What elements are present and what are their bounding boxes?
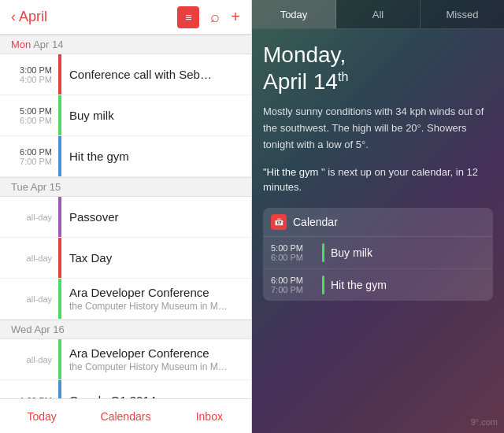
time-start: 5:00 PM [20, 106, 52, 116]
notif-event-title: Buy milk [331, 243, 372, 262]
notification-center-panel: Today All Missed Monday,April 14th Mostl… [252, 0, 504, 433]
event-title: Passover [69, 210, 243, 224]
calendar-header: ‹ April ≡ ⌕ + [0, 0, 251, 35]
notif-event-buy-milk[interactable]: 5:00 PM 6:00 PM Buy milk [263, 237, 493, 269]
time-end: 4:00 PM [20, 75, 52, 84]
time-start: 6:00 PM [20, 147, 52, 157]
allday-label: all-day [0, 279, 58, 319]
notif-time-start: 5:00 PM [271, 243, 322, 253]
watermark: 9°.com [471, 417, 498, 427]
right-content: Today All Missed Monday,April 14th Mostl… [252, 0, 504, 433]
calendar-app-icon: 📅 [271, 214, 287, 230]
notif-time-col: 5:00 PM 6:00 PM [271, 243, 322, 262]
event-tax-day[interactable]: all-day Tax Day [0, 238, 251, 279]
allday-label: all-day [0, 197, 58, 237]
event-content: Conference call with Seb… [61, 54, 251, 94]
event-content: Ara Developer Conference the Computer Hi… [61, 339, 251, 379]
notification-body: Monday,April 14th Mostly sunny condition… [252, 29, 504, 433]
event-ara-conf-tue[interactable]: all-day Ara Developer Conference the Com… [0, 279, 251, 320]
event-title: Buy milk [69, 109, 243, 122]
next-event-text: "Hit the gym " is next up on your calend… [263, 165, 493, 195]
tab-calendars[interactable]: Calendars [83, 399, 167, 433]
time-col: 6:00 PM 7:00 PM [0, 136, 58, 176]
calendar-section-title: Calendar [293, 216, 338, 228]
time-start: 3:00 PM [20, 65, 52, 75]
event-subtitle: the Computer History Museum in M… [69, 361, 243, 372]
calendar-widget: 📅 Calendar 5:00 PM 6:00 PM Buy milk [263, 208, 493, 301]
time-col: 3:00 PM 4:00 PM [0, 54, 58, 94]
tab-missed[interactable]: Missed [421, 0, 504, 28]
month-title: April [19, 9, 47, 25]
event-title: Conference call with Seb… [69, 68, 243, 81]
tab-all[interactable]: All [336, 0, 421, 28]
day-label-apr14: Apr 14 [33, 39, 63, 50]
day-header-mon14: Mon Apr 14 [0, 35, 251, 54]
event-google-q1[interactable]: 1:30 PM Google Q1 2014 [0, 380, 251, 398]
event-buy-milk[interactable]: 5:00 PM 6:00 PM Buy milk [0, 95, 251, 136]
allday-label: all-day [0, 238, 58, 278]
tab-today[interactable]: Today [252, 0, 336, 28]
tab-today[interactable]: Today [0, 399, 83, 433]
notification-tabs: Today All Missed [252, 0, 504, 29]
notif-event-title: Hit the gym [331, 276, 387, 294]
notif-time-end: 7:00 PM [271, 285, 322, 294]
notif-color-bar [322, 243, 324, 262]
event-content: Passover [61, 197, 251, 237]
day-header-wed16: Wed Apr 16 [0, 320, 251, 339]
add-event-icon[interactable]: + [231, 8, 240, 26]
calendar-widget-header: 📅 Calendar [263, 208, 493, 237]
event-subtitle: the Computer History Museum in M… [69, 301, 243, 312]
notif-event-hit-gym[interactable]: 6:00 PM 7:00 PM Hit the gym [263, 269, 493, 301]
day-header-tue15: Tue Apr 15 [0, 177, 251, 197]
event-title: Ara Developer Conference [69, 286, 243, 299]
calendar-tab-bar: Today Calendars Inbox [0, 398, 251, 433]
notif-time-end: 6:00 PM [271, 253, 322, 262]
time-end: 7:00 PM [20, 157, 52, 166]
calendar-icon-label: 📅 [274, 217, 284, 226]
header-icons: ≡ ⌕ + [177, 6, 240, 28]
calendar-panel: ‹ April ≡ ⌕ + Mon Apr 14 3:00 PM 4:00 PM… [0, 0, 252, 433]
event-hit-gym[interactable]: 6:00 PM 7:00 PM Hit the gym [0, 136, 251, 177]
event-content: Tax Day [61, 238, 251, 278]
day-label-wed: Wed Apr 16 [11, 324, 65, 335]
event-content: Buy milk [61, 95, 251, 135]
time-col: 5:00 PM 6:00 PM [0, 95, 58, 135]
next-event-quote: "Hit the gym " [263, 166, 325, 178]
day-label-tue: Tue Apr 15 [11, 181, 61, 193]
header-left: ‹ April [11, 9, 47, 25]
notif-color-bar [322, 276, 324, 294]
event-content: Ara Developer Conference the Computer Hi… [61, 279, 251, 319]
event-passover[interactable]: all-day Passover [0, 197, 251, 238]
event-title: Hit the gym [69, 150, 243, 163]
event-content: Hit the gym [61, 136, 251, 176]
calendar-scroll: Mon Apr 14 3:00 PM 4:00 PM Conference ca… [0, 35, 251, 398]
list-view-icon[interactable]: ≡ [177, 6, 199, 28]
search-icon[interactable]: ⌕ [210, 8, 220, 26]
event-ara-conf-wed[interactable]: all-day Ara Developer Conference the Com… [0, 339, 251, 380]
tab-inbox[interactable]: Inbox [168, 399, 251, 433]
event-conference-call[interactable]: 3:00 PM 4:00 PM Conference call with Seb… [0, 54, 251, 95]
allday-label: all-day [0, 339, 58, 379]
day-label-mon: Mon [11, 39, 31, 50]
notif-time-col: 6:00 PM 7:00 PM [271, 276, 322, 294]
event-title: Ara Developer Conference [69, 346, 243, 360]
event-title: Tax Day [69, 251, 243, 265]
time-end: 6:00 PM [20, 116, 52, 125]
back-arrow-icon[interactable]: ‹ [11, 9, 16, 25]
notif-time-start: 6:00 PM [271, 276, 322, 285]
date-heading: Monday,April 14th [263, 42, 493, 94]
weather-text: Mostly sunny conditions with 34 kph wind… [263, 104, 493, 153]
event-content: Google Q1 2014 [61, 380, 251, 398]
time-col: 1:30 PM [0, 380, 58, 398]
